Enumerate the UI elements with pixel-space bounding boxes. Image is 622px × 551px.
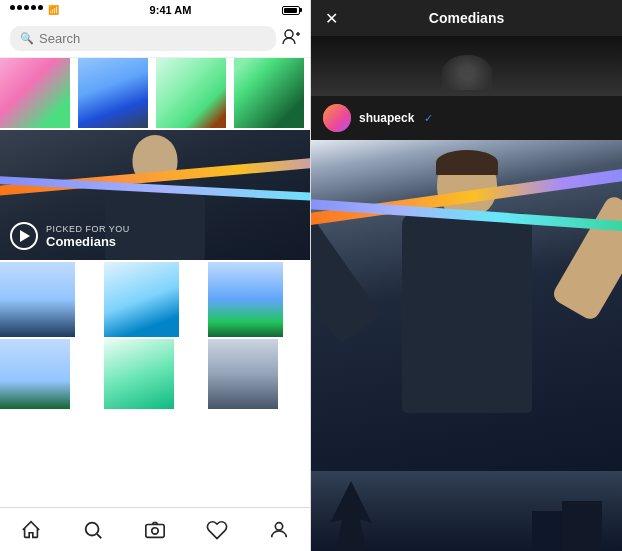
right-panel: ✕ Comedians shuapeck ✓	[311, 0, 622, 551]
svg-point-0	[285, 30, 293, 38]
bottom-row-1	[0, 262, 310, 337]
featured-overlay: PICKED FOR YOU Comedians	[10, 222, 130, 250]
building-silhouette	[562, 501, 602, 551]
user-row: shuapeck ✓	[311, 96, 622, 140]
search-icon: 🔍	[20, 32, 34, 45]
building-2	[532, 511, 562, 551]
photo-cell-leaves[interactable]	[104, 339, 174, 409]
avatar-image	[323, 104, 351, 132]
signal-dot-5	[38, 5, 43, 10]
person-body	[402, 213, 532, 413]
right-header: ✕ Comedians	[311, 0, 622, 36]
nav-profile[interactable]	[257, 508, 301, 552]
avatar	[323, 104, 351, 132]
svg-line-4	[97, 534, 101, 538]
person-hair	[436, 150, 498, 175]
photo-cell-bridge[interactable]	[78, 58, 148, 128]
photo-cell-street[interactable]	[208, 339, 278, 409]
nav-heart[interactable]	[195, 508, 239, 552]
nav-bar	[0, 507, 310, 551]
featured-title: Comedians	[46, 234, 130, 249]
signal-dot-4	[31, 5, 36, 10]
status-time: 9:41 AM	[150, 4, 192, 16]
signal-dot-1	[10, 5, 15, 10]
search-bar-row: 🔍	[0, 20, 310, 58]
dark-top	[311, 36, 622, 96]
play-button[interactable]	[10, 222, 38, 250]
nav-home[interactable]	[9, 508, 53, 552]
top-photo-row	[0, 58, 310, 128]
search-input[interactable]	[39, 31, 207, 46]
top-object	[442, 55, 492, 90]
photo-cell-flower[interactable]	[0, 58, 70, 128]
bottom-row-2	[0, 339, 310, 409]
nav-search[interactable]	[71, 508, 115, 552]
svg-point-7	[275, 522, 282, 529]
video-person	[311, 140, 622, 471]
status-bar: 📶 9:41 AM	[0, 0, 310, 20]
right-title: Comedians	[429, 10, 504, 26]
wifi-icon: 📶	[48, 5, 59, 15]
photo-grid[interactable]: PICKED FOR YOU Comedians	[0, 58, 310, 507]
play-icon	[20, 230, 30, 242]
nav-camera[interactable]	[133, 508, 177, 552]
photo-cell-photographer[interactable]	[104, 262, 179, 337]
search-bar[interactable]: 🔍	[10, 26, 276, 51]
svg-rect-5	[146, 524, 164, 537]
signal-dots: 📶	[10, 5, 59, 15]
photo-cell-couple[interactable]	[156, 58, 226, 128]
featured-video[interactable]: PICKED FOR YOU Comedians	[0, 130, 310, 260]
featured-label: PICKED FOR YOU	[46, 224, 130, 234]
photo-cell-girl[interactable]	[0, 262, 75, 337]
tree-silhouette	[321, 481, 381, 551]
featured-text: PICKED FOR YOU Comedians	[46, 224, 130, 249]
svg-point-6	[152, 527, 158, 533]
left-panel: 📶 9:41 AM 🔍	[0, 0, 311, 551]
username: shuapeck	[359, 111, 414, 125]
main-video[interactable]	[311, 140, 622, 471]
close-button[interactable]: ✕	[325, 9, 338, 28]
signal-dot-2	[17, 5, 22, 10]
photo-cell-palm[interactable]	[0, 339, 70, 409]
svg-point-3	[86, 522, 99, 535]
dark-bottom	[311, 471, 622, 551]
signal-dot-3	[24, 5, 29, 10]
photo-cell-ferris[interactable]	[208, 262, 283, 337]
verified-badge: ✓	[424, 112, 433, 125]
add-person-icon[interactable]	[282, 29, 300, 48]
photo-cell-truck[interactable]	[234, 58, 304, 128]
battery-icon	[282, 6, 300, 15]
